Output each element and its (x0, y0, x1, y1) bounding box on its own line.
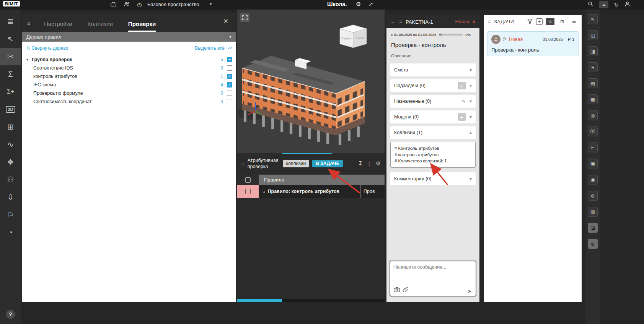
sort-menu-icon[interactable]: ≡ (27, 20, 31, 27)
pages-icon[interactable]: ▤ (588, 78, 598, 88)
tab-collisions[interactable]: Коллизии (88, 21, 113, 32)
add-task-icon[interactable]: + (536, 18, 543, 25)
select-all-link[interactable]: Выделить всё (195, 45, 225, 51)
cube-label-right[interactable]: Слева (355, 36, 364, 40)
focus-target-icon[interactable]: ◎ (588, 110, 598, 120)
select-tool-icon[interactable]: ↖ (0, 30, 21, 48)
sort-menu-icon[interactable]: ≡ (487, 19, 491, 25)
chevron-down-icon[interactable]: ▾ (470, 99, 472, 104)
charts-icon[interactable]: ∿ (0, 136, 21, 153)
collapse-caret-icon[interactable]: ▴ (263, 190, 265, 193)
view-grid-icon[interactable]: ⊞ (558, 18, 566, 25)
chevron-down-icon[interactable]: ▾ (470, 176, 472, 181)
search-icon[interactable] (588, 1, 593, 8)
chevron-down-icon[interactable]: ▾ (470, 67, 472, 73)
tree-item[interactable]: IFC-схема 4 (22, 81, 236, 89)
checkbox[interactable] (227, 82, 232, 87)
collisions-button[interactable]: коллизии (283, 160, 309, 167)
horizontal-scrollbar[interactable] (237, 299, 385, 302)
view-cube[interactable]: Справа Слева (340, 25, 367, 48)
checkbox[interactable] (245, 189, 251, 194)
help-button[interactable]: ? (6, 310, 15, 319)
filter-icon[interactable] (527, 18, 533, 25)
collapse-tree-link[interactable]: Свернуть дерево (31, 45, 68, 51)
import-icon[interactable]: ↧ (358, 160, 363, 167)
checkbox[interactable] (227, 74, 232, 79)
tree-item[interactable]: Соответствие IDS 0 (22, 64, 236, 72)
checkbox[interactable] (227, 99, 232, 104)
plugins-icon[interactable]: ❖ (0, 153, 21, 171)
hide-visibility-icon[interactable]: ⊘ (588, 191, 598, 201)
tree-item[interactable]: контроль атрибутов 1 (22, 72, 236, 81)
user-icon[interactable] (624, 1, 630, 8)
orbit-icon[interactable]: ⊕ (588, 239, 598, 249)
close-icon[interactable]: ✕ (223, 18, 228, 25)
section-comments[interactable]: Комментарии (0) ▾ (390, 172, 476, 185)
table-row[interactable]: ▴ Правило: контроль атрибутов Пров (237, 185, 385, 198)
clip-box-icon[interactable]: ▣ (588, 159, 598, 168)
chevron-up-icon[interactable]: ▴ (470, 130, 472, 135)
fullscreen-icon[interactable] (240, 13, 249, 22)
select-arrow-icon[interactable]: ⇖ (588, 14, 598, 24)
section-models[interactable]: Модели (0) + ▾ (390, 110, 476, 123)
message-input[interactable] (393, 264, 473, 286)
edit-pencil-icon[interactable]: ✎ (461, 99, 466, 104)
tab-checks[interactable]: Проверки (128, 21, 156, 32)
caret-down-icon[interactable]: ▾ (26, 58, 32, 62)
scrollbar-thumb[interactable] (237, 299, 282, 302)
send-icon[interactable]: ➤ (467, 288, 472, 294)
show-visibility-icon[interactable]: ◉ (588, 175, 598, 185)
checkbox[interactable] (245, 177, 251, 183)
chevron-down-icon[interactable]: ▾ (470, 114, 472, 120)
add-subtask-button[interactable]: + (458, 82, 466, 89)
tree-item[interactable]: Проверка по формуле 0 (22, 89, 236, 97)
view-2d-icon[interactable]: 2D (0, 100, 21, 118)
camera-icon[interactable] (394, 287, 400, 294)
org-chart-icon[interactable]: ⊞ (0, 118, 21, 136)
snapshot-icon[interactable]: ▥ (588, 207, 598, 217)
section-tool-icon[interactable]: ✂ (0, 48, 21, 65)
add-model-button[interactable]: + (458, 113, 466, 121)
gauge-icon[interactable]: ◔ (0, 224, 21, 241)
tree-item-group[interactable]: ▾ Группа проверок 5 (22, 55, 236, 64)
collapse-tree-icon[interactable]: ⇅ (26, 45, 30, 51)
clock-icon[interactable]: ◷ (137, 1, 142, 8)
view-board-icon[interactable]: ≔ (570, 18, 578, 25)
model-tree-icon[interactable]: ≣ (0, 13, 21, 30)
sort-menu-icon[interactable]: ≡ (399, 19, 402, 25)
grid-icon[interactable]: ▦ (588, 94, 598, 104)
sync-icon[interactable]: ↻ (614, 2, 619, 8)
column-header-rule[interactable]: Правило (259, 175, 385, 185)
list-view-icon[interactable]: ≡ (599, 1, 608, 8)
user-location-icon[interactable]: ⚐ (0, 206, 21, 224)
gear-icon[interactable]: ⚙ (356, 1, 361, 8)
in-task-button[interactable]: В ЗАДАЧЕ (312, 160, 342, 167)
status-sort-icon[interactable]: ⇅ (473, 20, 476, 24)
sort-menu-icon[interactable]: ≡ (241, 160, 245, 167)
task-card[interactable]: Новая 01.08.2025 P-1 Проверка - контроль (487, 31, 579, 56)
task-status-badge[interactable]: Новая (455, 19, 469, 24)
rule-cell[interactable]: ▴ Правило: контроль атрибутов (259, 185, 360, 198)
cube-view-icon[interactable]: ◪ (588, 223, 598, 233)
chevron-down-icon[interactable]: ▾ (470, 83, 472, 88)
sum-icon[interactable]: Σ (0, 65, 21, 83)
progress-bar[interactable] (439, 34, 463, 36)
workspace-select[interactable]: Базовое пространство (147, 2, 199, 7)
team-icon[interactable] (124, 1, 130, 9)
checkbox[interactable] (227, 65, 232, 71)
rule-value-cell[interactable]: Пров (360, 185, 385, 198)
collaboration-icon[interactable]: ⚇ (0, 171, 21, 188)
rule-tree-bar[interactable]: Дерево правил ▾ (22, 32, 236, 42)
attachment-icon[interactable] (403, 287, 408, 294)
distribute-icon[interactable]: ↕ (368, 160, 371, 167)
viewport-3d[interactable]: Справа Слева ≡ Атрибутивная проверка кол… (237, 10, 385, 302)
share-icon[interactable]: ↗ (368, 1, 373, 8)
section-estimate[interactable]: Смета ▾ (390, 63, 476, 76)
building-model[interactable]: Справа Слева (238, 17, 384, 155)
checkbox[interactable] (227, 57, 232, 62)
tab-settings[interactable]: Настройки (44, 21, 72, 32)
plan-icon[interactable]: Ⓟ (588, 126, 598, 136)
split-view-icon[interactable]: ◨ (588, 46, 598, 56)
chevron-down-icon[interactable]: ▾ (210, 2, 212, 6)
checkbox[interactable] (227, 91, 232, 96)
